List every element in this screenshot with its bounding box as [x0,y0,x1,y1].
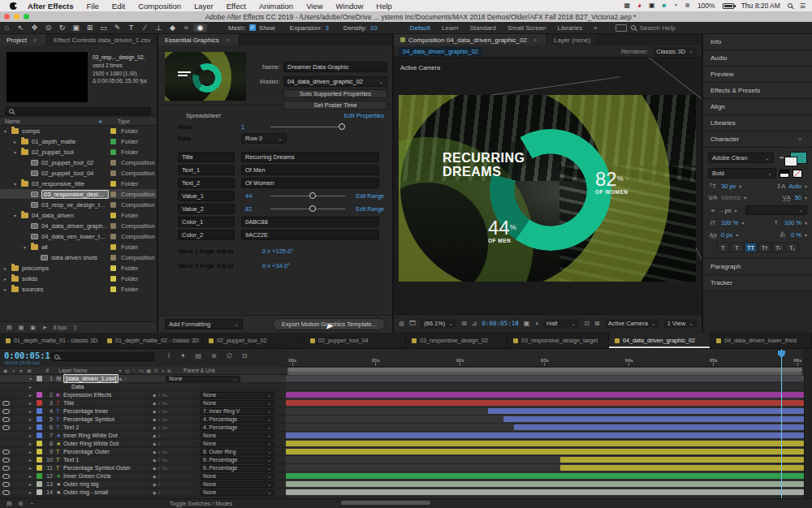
menu-item[interactable]: Edit [106,2,131,11]
project-tree-row[interactable]: ▾ 04_data_driven Folder [0,210,157,221]
layer-lane[interactable] [286,456,804,464]
panel-header[interactable]: Effects & Presets [703,83,812,99]
vertical-scale-value[interactable]: 100 % [721,219,738,226]
layer-parent-select[interactable]: 4. Percentage [200,416,274,423]
snapshot-icon[interactable]: ▣ [524,320,530,327]
new-composition-icon[interactable]: ▣ [30,325,36,331]
label-color-chip[interactable] [110,170,116,176]
template-name-input[interactable]: Dreamer Data Graphic [283,62,387,72]
faux-bold[interactable]: T [717,243,729,252]
layer-expand-arrow[interactable]: ▸ [29,400,37,406]
layer-switches[interactable]: ◆ ⁄ fx [153,466,200,471]
tree-expand-arrow[interactable]: ▾ [4,128,11,134]
subscript[interactable]: T₁ [786,243,798,252]
property-label[interactable]: Color_2 [178,230,235,240]
angle-value[interactable]: 0 x +125.0° [262,248,293,255]
layer-expand-arrow[interactable]: ▸ [29,433,37,438]
shape-tool[interactable]: ▭ [97,24,110,32]
panel-header[interactable]: Preview [703,67,812,83]
workspace-item[interactable]: Standard [470,24,496,32]
comp-breadcrumb[interactable]: 04_data_driven_graphic_02 [399,47,482,56]
mask-visibility-icon[interactable]: ⊿ [472,320,477,327]
project-tree-row[interactable]: 02_puppet_tool_04 Composition [0,168,157,179]
layer-visibility-toggle[interactable] [0,450,11,454]
column-parent-link[interactable]: Parent & Link [184,368,215,373]
pan-behind-tool[interactable]: ⊞ [83,24,97,32]
layer-name[interactable]: Outer Ring White Dot [63,440,153,447]
layer-name[interactable]: Data [71,383,161,390]
font-family-select[interactable]: Adobe Clean [708,153,774,163]
layer-row[interactable]: ▾ 1 ▤ [data_driven_1.csv] ◆ ⁄ None [0,375,286,383]
panel-header[interactable]: Info [703,34,812,50]
layer-label-chip[interactable] [37,400,42,406]
panel-header-character[interactable]: Character ≡ [703,131,812,148]
hide-shy-icon[interactable]: ▤ [196,352,202,359]
project-tree-row[interactable]: 04_data_driven_graphic_02 Composition [0,221,157,231]
property-label[interactable]: Text_2 [178,178,235,188]
panel-header[interactable]: Paragraph [703,259,812,275]
layer-visibility-toggle[interactable] [0,409,11,414]
workspace-item[interactable]: Learn [442,24,458,32]
panel-header[interactable]: Audio [703,50,812,67]
label-color-chip[interactable] [110,234,116,239]
panel-header[interactable]: Tracker [703,275,812,291]
solo-supported-properties-button[interactable]: Solo Supported Properties [283,89,387,98]
timeline-timecode[interactable]: 0:00:05:18 [4,351,55,360]
property-label[interactable]: Color_1 [178,217,235,227]
roto-brush-tool[interactable]: ≈ [179,24,193,32]
layer-switches[interactable]: ◆ ⁄ fx [153,417,200,422]
label-color-chip[interactable] [110,181,116,187]
property-value[interactable]: Of Women [241,178,379,188]
edit-range-link[interactable]: Edit Range [356,193,384,199]
project-columns-header[interactable]: Name ▲ Type [0,117,157,126]
item-name[interactable]: 03_resp_ve_design_target [41,201,109,209]
layer-lane[interactable] [286,415,804,424]
layer-duration-bar[interactable] [286,473,804,479]
menu-item[interactable]: Composition [132,2,187,11]
project-search-input[interactable] [5,107,151,115]
layer-label-chip[interactable] [37,424,42,430]
project-tree-row[interactable]: ▾ 02_puppet_tool Folder [0,147,157,157]
layer-parent-select[interactable]: 4. Percentage [200,424,274,431]
timeline-search-input[interactable] [50,352,154,361]
item-name[interactable]: comps [22,127,109,135]
density-value[interactable]: 10 [370,24,378,32]
capture-icon[interactable]: ▣ [649,2,655,9]
panel-header[interactable]: Align [703,99,812,115]
tab-essential-graphics[interactable]: Essential Graphics≡ [158,34,240,45]
item-name[interactable]: 03_responsive_title [32,180,109,187]
layer-visibility-toggle[interactable] [0,490,11,495]
layer-switches[interactable]: ◆ ⁄ [153,441,200,446]
layer-label-chip[interactable] [37,449,42,454]
layer-visibility-toggle[interactable] [0,482,11,487]
label-color-chip[interactable] [110,286,116,292]
stroke-width-value[interactable]: - px [721,207,732,214]
camera-tool[interactable]: ▣ [69,24,83,32]
item-name[interactable]: 02_puppet_tool [32,149,109,156]
panel-header[interactable]: Libraries [703,115,812,131]
layer-duration-bar[interactable] [488,408,804,414]
menu-item[interactable]: Help [370,2,398,11]
expansion-value[interactable]: 3 [325,24,328,32]
layer-parent-select[interactable]: None [200,473,274,480]
edit-properties-link[interactable]: Edit Properties [344,112,384,119]
item-name[interactable]: 02_puppet_tool_04 [41,170,109,177]
kerning-value[interactable]: Metrics [721,194,741,201]
layer-name[interactable]: Outer ring big [63,480,153,488]
layer-lane[interactable] [286,391,804,399]
selection-tool[interactable]: ↖ [14,24,28,32]
search-help-placeholder[interactable]: Search Help [640,24,676,32]
item-name[interactable]: sources [22,286,109,293]
tab-project[interactable]: Project≡ [0,34,47,45]
brush-tool[interactable]: ∕ [138,24,152,32]
project-flowchart-icon[interactable]: ➤ [42,325,47,331]
panel-menu-icon[interactable]: ≡ [795,136,805,142]
workspace-switcher-icon[interactable] [615,24,627,32]
item-name[interactable]: 02_puppet_tool_02 [41,159,109,166]
layer-switches[interactable]: ◆ ⁄ fx [153,409,200,414]
layer-switches[interactable]: ◆ ⁄ fx [153,401,200,406]
layer-switches[interactable]: ◆ ⁄ fx [153,458,200,463]
playhead[interactable] [781,349,782,498]
camera-view-select[interactable]: Active Camera [605,319,659,328]
property-value[interactable]: 82 [241,204,264,214]
